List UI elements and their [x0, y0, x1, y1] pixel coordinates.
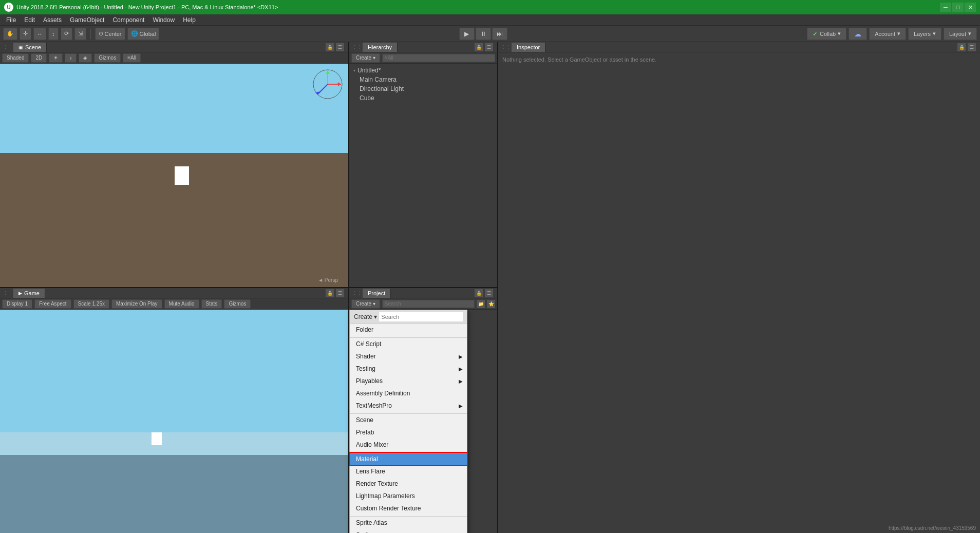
menu-item-folder[interactable]: Folder: [350, 323, 467, 336]
menu-file[interactable]: File: [2, 15, 20, 25]
inspector-menu-btn[interactable]: ☰: [968, 43, 976, 51]
step-button[interactable]: ⏭: [492, 28, 507, 40]
game-tab-icon: ▶: [18, 291, 22, 296]
menu-help[interactable]: Help: [179, 15, 200, 25]
scene-tab[interactable]: ▣ Scene: [13, 43, 47, 52]
hierarchy-controls: 🔒 ☰: [475, 43, 495, 51]
menu-item-scene[interactable]: Scene: [350, 414, 467, 426]
scene-lock-btn[interactable]: 🔒: [326, 43, 334, 51]
menu-component[interactable]: Component: [108, 15, 148, 25]
persp-label: ◄ Persp: [318, 277, 338, 283]
center-button[interactable]: ⊙ Center: [95, 28, 125, 40]
hierarchy-toolbar: Create ▾: [349, 52, 497, 64]
hierarchy-content: ▾ Untitled* Main Camera Directional Ligh…: [349, 64, 497, 287]
cloud-button[interactable]: ☁: [849, 28, 867, 40]
scene-audio-btn[interactable]: ♪: [65, 53, 77, 63]
scene-gizmo: Z X Y: [312, 69, 343, 100]
menu-edit[interactable]: Edit: [20, 15, 39, 25]
project-star-btn[interactable]: ⭐: [487, 300, 495, 308]
menu-item-audiomixer[interactable]: Audio Mixer: [350, 439, 467, 451]
play-button[interactable]: ▶: [459, 28, 475, 40]
dropdown-search-input[interactable]: [379, 312, 463, 321]
hierarchy-item-untitled[interactable]: ▾ Untitled*: [351, 66, 495, 75]
tool-rect[interactable]: ⟳: [61, 28, 72, 40]
project-create-btn[interactable]: Create ▾: [351, 299, 380, 309]
close-button[interactable]: ✕: [965, 3, 976, 12]
menu-item-textmeshpro[interactable]: TextMeshPro▶: [350, 399, 467, 412]
scene-effects-btn[interactable]: ◈: [79, 53, 92, 63]
layout-button[interactable]: Layout ▾: [944, 28, 977, 40]
tool-hand[interactable]: ✋: [3, 28, 17, 40]
hierarchy-item-maincamera[interactable]: Main Camera: [351, 75, 495, 84]
menu-item-rendertexture[interactable]: Render Texture: [350, 478, 467, 490]
scene-all-btn[interactable]: ≡All: [123, 53, 141, 63]
minimize-button[interactable]: ─: [940, 3, 951, 12]
hierarchy-create-btn[interactable]: Create ▾: [351, 53, 380, 63]
scene-menu-btn[interactable]: ☰: [336, 43, 344, 51]
aspect-button[interactable]: Free Aspect: [34, 299, 71, 309]
menu-window[interactable]: Window: [148, 15, 179, 25]
game-panel-controls: 🔒 ☰: [326, 289, 346, 297]
menu-item-material[interactable]: Material: [350, 453, 467, 465]
tool-move[interactable]: ✛: [20, 28, 31, 40]
inspector-drag-handle: ⋮⋮: [500, 45, 512, 50]
menu-item-lensflare[interactable]: Lens Flare: [350, 465, 467, 478]
textmeshpro-arrow: ▶: [459, 403, 463, 409]
mute-audio-btn[interactable]: Mute Audio: [164, 299, 199, 309]
tool-scale[interactable]: ↕: [48, 28, 59, 40]
scene-lighting-btn[interactable]: ☀: [49, 53, 63, 63]
project-menu-btn[interactable]: ☰: [485, 289, 493, 297]
menu-item-sprites[interactable]: Sprites▶: [350, 529, 467, 533]
svg-text:Z: Z: [323, 94, 325, 98]
menu-item-playables[interactable]: Playables▶: [350, 375, 467, 387]
display-button[interactable]: Display 1: [2, 299, 32, 309]
scene-tab-icon: ▣: [18, 45, 23, 50]
collab-button[interactable]: ✓ Collab ▾: [807, 28, 846, 40]
project-tab[interactable]: Project: [363, 289, 391, 298]
tool-rotate[interactable]: ↔: [33, 28, 46, 40]
game-lock-btn[interactable]: 🔒: [326, 289, 334, 297]
pause-button[interactable]: ⏸: [476, 28, 491, 40]
hierarchy-tab[interactable]: Hierarchy: [363, 43, 398, 52]
scene-canvas[interactable]: Z X Y ◄ Persp: [0, 64, 348, 287]
game-toolbar: Display 1 Free Aspect Scale 1.25x Maximi…: [0, 298, 348, 310]
menu-item-spriteatlas[interactable]: Sprite Atlas: [350, 517, 467, 529]
global-button[interactable]: 🌐 Global: [127, 28, 160, 40]
menu-item-customrendertexture[interactable]: Custom Render Texture: [350, 502, 467, 515]
layers-dropdown-icon: ▾: [933, 30, 936, 37]
menu-item-prefab[interactable]: Prefab: [350, 426, 467, 439]
maximize-on-play-btn[interactable]: Maximize On Play: [111, 299, 162, 309]
hierarchy-item-directionallight[interactable]: Directional Light: [351, 84, 495, 93]
scale-button[interactable]: Scale 1.25x: [73, 299, 109, 309]
game-menu-btn[interactable]: ☰: [336, 289, 344, 297]
tool-transform[interactable]: ⇲: [74, 28, 86, 40]
game-gizmos-btn[interactable]: Gizmos: [224, 299, 251, 309]
menu-item-testing[interactable]: Testing▶: [350, 363, 467, 375]
account-button[interactable]: Account ▾: [869, 28, 906, 40]
hierarchy-search[interactable]: [382, 54, 495, 62]
layers-button[interactable]: Layers ▾: [908, 28, 941, 40]
project-lock-btn[interactable]: 🔒: [475, 289, 483, 297]
hierarchy-menu-btn[interactable]: ☰: [485, 43, 493, 51]
stats-btn[interactable]: Stats: [201, 299, 222, 309]
menu-item-shader[interactable]: Shader▶: [350, 350, 467, 363]
inspector-lock-btn[interactable]: 🔒: [957, 43, 966, 51]
hierarchy-lock-btn[interactable]: 🔒: [475, 43, 483, 51]
menu-assets[interactable]: Assets: [39, 15, 66, 25]
menu-gameobject[interactable]: GameObject: [66, 15, 108, 25]
game-cube-object: [152, 432, 162, 445]
project-folder-btn[interactable]: 📁: [477, 300, 485, 308]
inspector-tab[interactable]: Inspector: [512, 43, 545, 52]
menu-item-lightmapparams[interactable]: Lightmap Parameters: [350, 490, 467, 502]
maximize-button[interactable]: □: [952, 3, 964, 12]
hierarchy-item-cube[interactable]: Cube: [351, 93, 495, 103]
project-search[interactable]: [382, 300, 475, 308]
shaded-button[interactable]: Shaded: [2, 53, 29, 63]
menu-item-assemblydefinition[interactable]: Assembly Definition: [350, 387, 467, 399]
menu-item-csharp[interactable]: C# Script: [350, 338, 467, 350]
cloud-icon: ☁: [854, 30, 861, 38]
game-tab[interactable]: ▶ Game: [13, 289, 45, 298]
game-canvas[interactable]: [0, 310, 348, 533]
2d-button[interactable]: 2D: [31, 53, 47, 63]
gizmos-button[interactable]: Gizmos: [94, 53, 121, 63]
